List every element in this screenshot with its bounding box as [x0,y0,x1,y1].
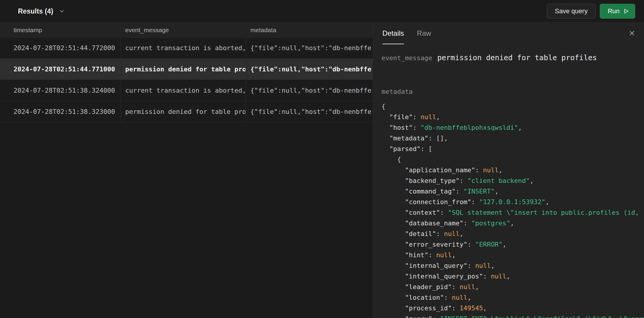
results-label: Results (4) [18,7,53,15]
toolbar-actions: Save query Run [547,4,635,19]
json-line: "internal_query_pos": null, [382,271,644,282]
cell-timestamp: 2024-07-28T02:51:38.324000 [0,80,120,101]
event-message-label: event_message [382,53,432,63]
json-line: "location": null, [382,292,644,303]
json-line: "file": null, [382,112,644,122]
table-row[interactable]: 2024-07-28T02:51:44.771000 permission de… [0,59,373,80]
json-line: "host": "db-nenbffeblpohxsqwsldi", [382,122,644,133]
save-query-button[interactable]: Save query [547,4,595,19]
table-row[interactable]: 2024-07-28T02:51:44.772000 current trans… [0,37,373,59]
json-line: "database_name": "postgres", [382,218,644,229]
table-row[interactable]: 2024-07-28T02:51:38.323000 permission de… [0,101,373,122]
close-button[interactable]: ✕ [627,28,637,39]
json-line: { [382,154,644,165]
metadata-json: { "file": null, "host": "db-nenbffeblpoh… [382,101,644,318]
cell-metadata: {"file":null,"host":"db-nenbffe [246,101,373,122]
close-icon: ✕ [629,29,635,38]
tab-details[interactable]: Details [382,23,404,44]
json-line: "application_name": null, [382,165,644,176]
tab-raw[interactable]: Raw [417,23,431,44]
json-line: "query": "INSERT INTO \"public\".\"profi… [382,314,644,318]
details-body: event_message permission denied for tabl… [373,44,644,318]
cell-timestamp: 2024-07-28T02:51:38.323000 [0,101,120,122]
cell-event-message: permission denied for table pro [120,59,246,80]
toolbar: Results (4) Save query Run [0,0,644,23]
results-toggle[interactable]: Results (4) [18,7,65,15]
run-button[interactable]: Run [600,4,635,19]
table-header: timestamp event_message metadata [0,23,373,37]
event-message-value: permission denied for table profiles [437,53,597,63]
json-line: "internal_query": null, [382,260,644,271]
cell-event-message: permission denied for table pro [120,101,246,122]
json-line: { [382,101,644,112]
details-panel: Details Raw ✕ event_message permission d… [373,23,644,318]
cell-metadata: {"file":null,"host":"db-nenbffe [246,80,373,101]
cell-event-message: current transaction is aborted, [120,80,246,101]
column-header-event-message: event_message [120,23,246,37]
chevron-down-icon [59,8,65,14]
table-row[interactable]: 2024-07-28T02:51:38.324000 current trans… [0,80,373,101]
cell-metadata: {"file":null,"host":"db-nenbffe [246,37,373,58]
play-icon [623,8,629,14]
details-tabs: Details Raw ✕ [373,23,644,44]
json-line: "process_id": 149545, [382,303,644,314]
cell-timestamp: 2024-07-28T02:51:44.771000 [0,59,120,80]
json-line: "detail": null, [382,229,644,239]
event-message-field: event_message permission denied for tabl… [382,53,644,63]
cell-timestamp: 2024-07-28T02:51:44.772000 [0,37,120,58]
logs-table: timestamp event_message metadata 2024-07… [0,23,373,318]
cell-metadata: {"file":null,"host":"db-nenbffe [246,59,373,80]
cell-event-message: current transaction is aborted, [120,37,246,58]
json-line: "hint": null, [382,250,644,260]
column-header-metadata: metadata [246,23,373,37]
json-line: "parsed": [ [382,144,644,154]
column-header-timestamp: timestamp [0,23,120,37]
json-line: "leader_pid": null, [382,282,644,292]
json-line: "context": "SQL statement \"insert into … [382,207,644,218]
json-line: "connection_from": "127.0.0.1:53932", [382,197,644,207]
run-button-label: Run [608,7,620,15]
json-line: "command_tag": "INSERT", [382,186,644,197]
metadata-label: metadata [382,86,644,97]
logs-explorer: Results (4) Save query Run timestamp eve… [0,0,644,318]
json-line: "error_severity": "ERROR", [382,239,644,250]
json-line: "metadata": [], [382,133,644,144]
json-line: "backend_type": "client backend", [382,176,644,186]
